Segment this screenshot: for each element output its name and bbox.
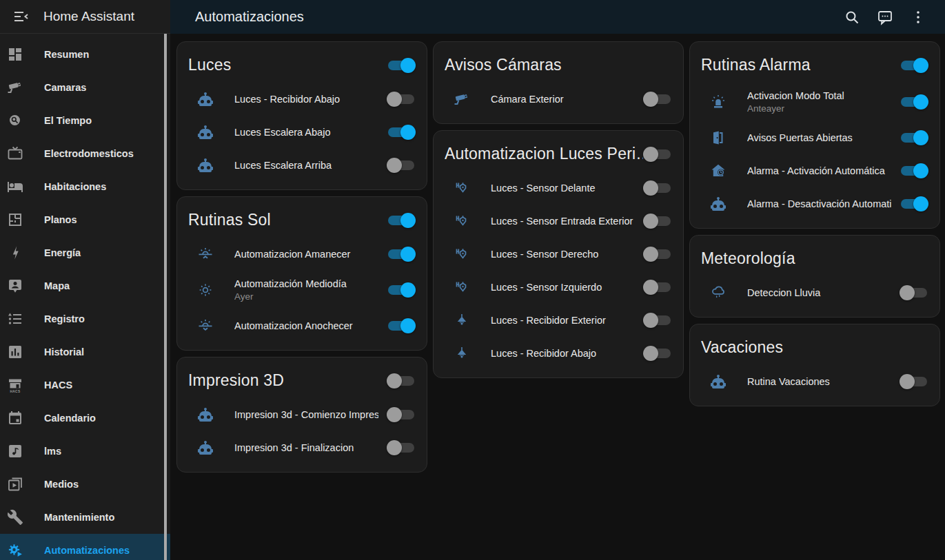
- sidebar-item-calendario[interactable]: Calendario: [0, 402, 170, 435]
- group-toggle[interactable]: [900, 57, 928, 74]
- column-2: Avisos Cámaras Cámara Exterior Automatiz…: [433, 41, 684, 378]
- lightning-icon: [7, 245, 23, 261]
- robot-icon: [197, 406, 214, 423]
- wall-lantern-icon: [454, 213, 470, 229]
- automation-name: Alarma - Desactivación Automatic…: [747, 198, 891, 209]
- app-title: Home Assistant: [43, 9, 134, 24]
- sidebar-item-label: Energía: [44, 247, 81, 258]
- calendar-icon: [7, 410, 23, 426]
- wall-lantern-icon: [454, 279, 470, 295]
- automation-row[interactable]: Alarma - Activación Automática: [690, 154, 939, 187]
- automation-toggle[interactable]: [387, 406, 416, 423]
- sidebar-item-registro[interactable]: Registro: [0, 302, 170, 335]
- automation-toggle[interactable]: [387, 124, 416, 141]
- automation-row[interactable]: Automatización Mediodía Ayer: [177, 271, 427, 309]
- automation-toggle[interactable]: [387, 91, 416, 107]
- card-avisos-camaras: Avisos Cámaras Cámara Exterior: [433, 41, 684, 124]
- music-icon: [7, 443, 23, 459]
- automation-row[interactable]: Cámara Exterior: [434, 83, 683, 116]
- sidebar-scrollbar[interactable]: [164, 34, 167, 560]
- automation-row[interactable]: Impresion 3d - Finalizacion: [177, 431, 427, 464]
- sidebar-item-label: Camaras: [44, 82, 86, 93]
- automation-name: Activacion Modo Total: [747, 90, 891, 101]
- automation-row[interactable]: Deteccion Lluvia: [690, 276, 939, 309]
- automation-row[interactable]: Luces - Sensor Entrada Exterior: [434, 205, 683, 238]
- sidebar-item-mantenimiento[interactable]: Mantenimiento: [0, 501, 170, 534]
- automation-toggle[interactable]: [643, 279, 672, 295]
- group-toggle[interactable]: [387, 212, 416, 229]
- sidebar-item-el-tiempo[interactable]: El Tiempo: [0, 104, 170, 137]
- sidebar-menu-icon[interactable]: [13, 8, 30, 25]
- sidebar-item-lms[interactable]: lms: [0, 435, 170, 468]
- automation-row[interactable]: Activacion Modo Total Anteayer: [690, 83, 939, 121]
- sidebar-item-camaras[interactable]: Camaras: [0, 71, 170, 104]
- automation-row[interactable]: Luces - Sensor Izquierdo: [434, 271, 683, 304]
- card-title: Rutinas Sol: [188, 211, 387, 229]
- automation-toggle[interactable]: [387, 157, 416, 174]
- sidebar-item-label: Automatizaciones: [44, 545, 130, 556]
- automation-row[interactable]: Avisos Puertas Abiertas: [690, 121, 939, 154]
- automation-name: Luces Escalera Abajo: [234, 127, 378, 138]
- robot-icon: [197, 157, 214, 174]
- sidebar-item-mapa[interactable]: Mapa: [0, 269, 170, 302]
- automation-row[interactable]: Luces - Sensor Derecho: [434, 238, 683, 271]
- automation-row[interactable]: Luces - Sensor Delante: [434, 172, 683, 205]
- automation-name: Automatizacion Anochecer: [234, 320, 378, 331]
- more-vert-icon[interactable]: [910, 9, 926, 25]
- automation-row[interactable]: Luces Escalera Abajo: [177, 116, 427, 149]
- cctv-icon: [7, 79, 23, 96]
- automation-toggle[interactable]: [387, 439, 416, 456]
- automation-toggle[interactable]: [900, 129, 928, 146]
- automation-row[interactable]: Rutina Vacaciones: [690, 365, 939, 398]
- automation-toggle[interactable]: [900, 163, 928, 179]
- group-toggle[interactable]: [387, 373, 416, 389]
- automation-toggle[interactable]: [387, 282, 416, 298]
- group-toggle[interactable]: [643, 146, 672, 163]
- automation-toggle[interactable]: [900, 94, 928, 110]
- siren-icon: [710, 94, 726, 110]
- chat-icon[interactable]: [877, 9, 893, 25]
- sunrise-icon: [197, 246, 214, 262]
- automation-toggle[interactable]: [900, 196, 928, 212]
- card-vacaciones: Vacaciones Rutina Vacaciones: [689, 324, 940, 406]
- automation-toggle[interactable]: [643, 213, 672, 229]
- automation-row[interactable]: Luces - Recibidor Exterior: [434, 304, 683, 337]
- bed-icon: [7, 178, 23, 195]
- automation-row[interactable]: Automatizacion Anochecer: [177, 309, 427, 342]
- automation-toggle[interactable]: [387, 246, 416, 262]
- automation-row[interactable]: Alarma - Desactivación Automatic…: [690, 187, 939, 220]
- sidebar-item-automatizaciones[interactable]: Automatizaciones: [0, 534, 170, 560]
- automation-toggle[interactable]: [900, 284, 928, 301]
- card-title: Impresion 3D: [188, 371, 387, 390]
- sidebar-item-energia[interactable]: Energía: [0, 236, 170, 269]
- automation-row[interactable]: Luces - Recibidor Abajo: [177, 83, 427, 116]
- automation-toggle[interactable]: [643, 91, 672, 107]
- automation-row[interactable]: Luces Escalera Arriba: [177, 149, 427, 182]
- sidebar-item-hacs[interactable]: HACS: [0, 369, 170, 402]
- group-toggle[interactable]: [387, 57, 416, 74]
- sidebar-item-historial[interactable]: Historial: [0, 335, 170, 369]
- sidebar-item-resumen[interactable]: Resumen: [0, 38, 170, 71]
- automation-name: Automatizacion Amanecer: [234, 249, 378, 260]
- automation-row[interactable]: Luces - Recibidor Abajo: [434, 337, 683, 370]
- weather-search-icon: [7, 112, 23, 129]
- sidebar-item-electrodomesticos[interactable]: Electrodomesticos: [0, 137, 170, 170]
- sidebar-item-label: Medios: [44, 479, 79, 490]
- automation-toggle[interactable]: [643, 180, 672, 196]
- robot-icon: [710, 196, 726, 212]
- automation-last-triggered: Anteayer: [747, 103, 891, 114]
- sidebar-item-medios[interactable]: Medios: [0, 468, 170, 501]
- card-title: Automatizacion Luces Peri…: [445, 145, 643, 163]
- automation-row[interactable]: Automatizacion Amanecer: [177, 238, 427, 271]
- sidebar-item-planos[interactable]: Planos: [0, 203, 170, 236]
- search-icon[interactable]: [844, 9, 860, 25]
- automation-name: Impresion 3d - Comienzo Impresi…: [234, 409, 378, 420]
- automation-toggle[interactable]: [643, 345, 672, 362]
- automation-toggle[interactable]: [900, 373, 928, 390]
- sidebar-item-habitaciones[interactable]: Habitaciones: [0, 170, 170, 203]
- automation-toggle[interactable]: [643, 246, 672, 262]
- automation-row[interactable]: Impresion 3d - Comienzo Impresi…: [177, 398, 427, 431]
- automation-toggle[interactable]: [387, 318, 416, 334]
- robot-icon: [197, 439, 214, 456]
- automation-toggle[interactable]: [643, 312, 672, 329]
